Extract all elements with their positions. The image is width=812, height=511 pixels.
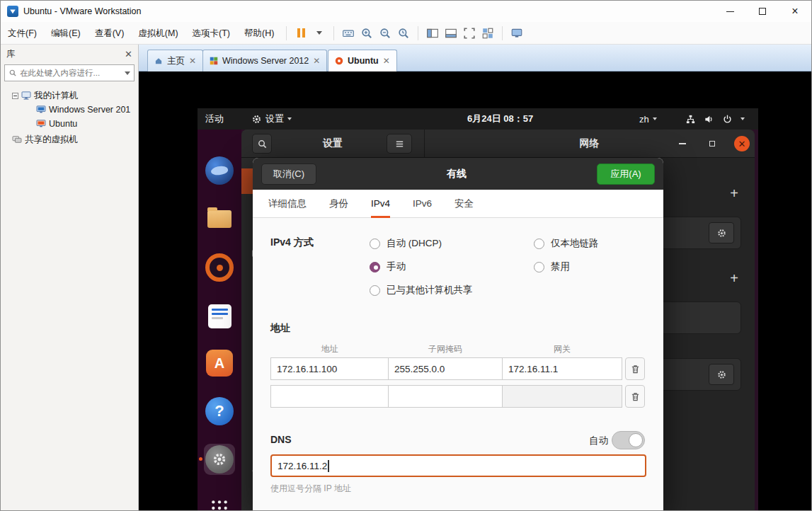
dock-ubuntu-software[interactable]: A bbox=[204, 348, 235, 379]
tree-item-my-computer[interactable]: 我的计算机 bbox=[1, 88, 138, 103]
chevron-down-icon[interactable] bbox=[125, 71, 130, 75]
library-panel: 库 ✕ 我的计算机 Windows Server 201 Ubuntu bbox=[1, 45, 139, 510]
tab-security[interactable]: 安全 bbox=[454, 190, 474, 218]
dns-automatic-toggle[interactable] bbox=[612, 431, 645, 449]
delete-address-row1-button[interactable] bbox=[625, 357, 645, 380]
unity-mode-button[interactable] bbox=[479, 24, 497, 42]
settings-maximize-button[interactable] bbox=[704, 136, 720, 151]
radio-label: 仅本地链路 bbox=[551, 237, 599, 250]
keyboard-icon bbox=[342, 27, 355, 40]
minimize-button[interactable] bbox=[714, 1, 746, 22]
gateway-field-row1[interactable]: 172.16.11.1 bbox=[502, 357, 622, 380]
apply-button[interactable]: 应用(A) bbox=[597, 163, 655, 185]
network-icon bbox=[685, 114, 696, 125]
ctrl-alt-del-button[interactable] bbox=[339, 24, 358, 42]
gear-icon bbox=[716, 228, 727, 239]
menu-file[interactable]: 文件(F) bbox=[1, 25, 44, 41]
menu-view[interactable]: 查看(V) bbox=[88, 25, 132, 41]
hamburger-menu-button[interactable] bbox=[387, 134, 412, 154]
menu-tabs[interactable]: 选项卡(T) bbox=[185, 25, 237, 41]
system-tray[interactable] bbox=[682, 108, 748, 130]
maximize-icon bbox=[759, 8, 766, 15]
tab-close-icon[interactable]: ✕ bbox=[189, 56, 196, 66]
dock-rhythmbox[interactable] bbox=[204, 252, 235, 283]
pause-vm-button[interactable] bbox=[292, 24, 310, 42]
cancel-button[interactable]: 取消(C) bbox=[261, 163, 316, 185]
keyboard-layout-label: zh bbox=[639, 114, 649, 125]
fullscreen-button[interactable] bbox=[460, 24, 479, 42]
tree-item-ubuntu[interactable]: Ubuntu bbox=[1, 117, 138, 131]
tab-label: Windows Server 2012 bbox=[222, 56, 309, 66]
settings-minimize-button[interactable] bbox=[675, 136, 690, 151]
take-snapshot-button[interactable] bbox=[358, 24, 376, 42]
radio-disable[interactable]: 禁用 bbox=[534, 258, 570, 275]
tab-identity[interactable]: 身份 bbox=[329, 190, 348, 218]
maximize-button[interactable] bbox=[746, 1, 779, 22]
dock-settings[interactable] bbox=[204, 444, 235, 475]
delete-address-row2-button[interactable] bbox=[625, 385, 645, 408]
add-wired-connection-button[interactable]: + bbox=[727, 186, 741, 200]
menu-edit[interactable]: 编辑(E) bbox=[44, 25, 88, 41]
radio-shared[interactable]: 已与其他计算机共享 bbox=[370, 282, 473, 299]
title-bar: Ubuntu - VMware Workstation × bbox=[1, 1, 811, 22]
tab-ipv6[interactable]: IPv6 bbox=[413, 190, 432, 218]
library-search-input[interactable] bbox=[20, 69, 122, 77]
settings-close-button[interactable]: ✕ bbox=[734, 136, 750, 151]
column-header-address: 地址 bbox=[270, 343, 389, 355]
netmask-field-row2[interactable] bbox=[388, 385, 503, 408]
add-vpn-button[interactable]: + bbox=[727, 271, 741, 285]
tab-close-icon[interactable]: ✕ bbox=[313, 56, 320, 66]
maximize-icon bbox=[709, 141, 715, 147]
app-menu[interactable]: 设置 bbox=[248, 108, 295, 130]
radio-label: 禁用 bbox=[551, 260, 570, 273]
dock-files[interactable] bbox=[204, 203, 235, 234]
radio-link-local[interactable]: 仅本地链路 bbox=[534, 235, 599, 252]
toolbar-separator bbox=[286, 26, 287, 40]
keyboard-indicator[interactable]: zh bbox=[636, 108, 660, 130]
connection-settings-button[interactable] bbox=[709, 222, 734, 243]
radio-manual[interactable]: 手动 bbox=[370, 258, 406, 275]
settings-headerbar: 设置 网络 ✕ bbox=[241, 130, 755, 158]
close-button[interactable]: × bbox=[779, 1, 811, 22]
tab-ubuntu[interactable]: Ubuntu ✕ bbox=[328, 50, 397, 71]
console-view-button[interactable] bbox=[508, 24, 526, 42]
tab-close-icon[interactable]: ✕ bbox=[383, 56, 390, 66]
tab-details[interactable]: 详细信息 bbox=[268, 190, 307, 218]
radio-auto-dhcp[interactable]: 自动 (DHCP) bbox=[370, 235, 442, 252]
clock[interactable]: 6月24日 08：57 bbox=[464, 108, 536, 130]
proxy-settings-button[interactable] bbox=[709, 364, 734, 385]
dock: A ? bbox=[198, 130, 241, 510]
gateway-field-row2[interactable] bbox=[502, 385, 622, 408]
address-field-row2[interactable] bbox=[270, 385, 389, 408]
dns-section-label: DNS bbox=[270, 434, 292, 445]
vm-icon bbox=[335, 57, 343, 65]
dock-libreoffice-writer[interactable] bbox=[204, 301, 235, 332]
library-close-icon[interactable]: ✕ bbox=[125, 49, 132, 59]
dns-input[interactable]: 172.16.11.2 bbox=[270, 454, 646, 477]
vmware-logo-icon bbox=[7, 6, 18, 17]
revert-snapshot-button[interactable] bbox=[376, 24, 394, 42]
show-library-button[interactable] bbox=[423, 24, 442, 42]
unity-mode-icon bbox=[481, 27, 494, 40]
dock-app-grid[interactable] bbox=[204, 493, 235, 510]
snapshot-manager-button[interactable] bbox=[394, 24, 413, 42]
netmask-field-row1[interactable]: 255.255.0.0 bbox=[388, 357, 503, 380]
address-field-row1[interactable]: 172.16.11.100 bbox=[270, 357, 389, 380]
collapse-icon[interactable] bbox=[12, 93, 18, 99]
tab-windows-server[interactable]: Windows Server 2012 ✕ bbox=[202, 50, 327, 71]
menu-vm[interactable]: 虚拟机(M) bbox=[131, 25, 185, 41]
shared-vms-icon bbox=[12, 135, 22, 144]
dock-help[interactable]: ? bbox=[204, 396, 235, 427]
tree-item-windows-server[interactable]: Windows Server 201 bbox=[1, 103, 138, 117]
radio-label: 已与其他计算机共享 bbox=[387, 284, 473, 297]
tab-home[interactable]: 主页 ✕ bbox=[147, 50, 203, 71]
power-dropdown-button[interactable] bbox=[310, 24, 328, 42]
activities-button[interactable]: 活动 bbox=[202, 108, 227, 130]
dock-thunderbird[interactable] bbox=[204, 155, 235, 186]
menu-help[interactable]: 帮助(H) bbox=[237, 25, 281, 41]
radio-label: 手动 bbox=[387, 260, 406, 273]
column-header-netmask: 子网掩码 bbox=[388, 343, 503, 355]
tab-ipv4[interactable]: IPv4 bbox=[371, 190, 390, 218]
show-thumbnails-button[interactable] bbox=[442, 24, 460, 42]
tree-item-shared-vms[interactable]: 共享的虚拟机 bbox=[1, 132, 138, 147]
